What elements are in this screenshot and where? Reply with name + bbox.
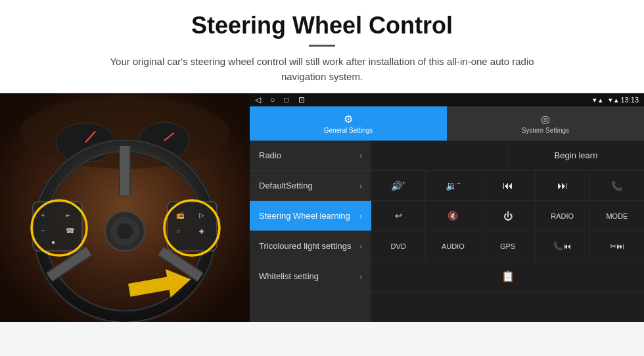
volume-down-button[interactable]: 🔉− bbox=[426, 171, 480, 200]
hang-up-icon: ↩ bbox=[395, 211, 402, 221]
next-track-button[interactable]: ⏭ bbox=[536, 171, 590, 200]
radio-label: RADIO bbox=[551, 212, 574, 220]
svg-point-17 bbox=[117, 223, 133, 239]
menu-item-whitelist[interactable]: Whitelist setting › bbox=[250, 261, 371, 292]
menu-list: Radio › DefaultSetting › Steering Wheel … bbox=[250, 141, 371, 322]
mode-label: MODE bbox=[606, 212, 628, 220]
menu-label-tricoloured: Tricoloured light settings bbox=[259, 241, 351, 251]
svg-rect-24 bbox=[168, 202, 217, 251]
mute-icon: 🔇 bbox=[448, 211, 458, 221]
android-main-content: Radio › DefaultSetting › Steering Wheel … bbox=[250, 141, 644, 322]
svg-text:●: ● bbox=[51, 238, 55, 246]
phone-next-icon: ✂⏭ bbox=[610, 242, 624, 251]
back-icon[interactable]: ◁ bbox=[255, 95, 261, 104]
steering-wheel-image: + ⇤ − ☎ ● 📻 ▷ ○ ◈ bbox=[0, 93, 250, 322]
gps-label: GPS bbox=[500, 242, 515, 250]
phone-button[interactable]: 📞 bbox=[590, 171, 644, 200]
control-row-0: Begin learn bbox=[371, 141, 644, 171]
status-time: ▾ ▴ ▾ ▴ 13:13 bbox=[593, 96, 639, 104]
next-track-icon: ⏭ bbox=[557, 180, 568, 192]
tab-general-settings[interactable]: ⚙ General Settings bbox=[250, 106, 447, 141]
time-display: ▾ ▴ 13:13 bbox=[609, 96, 639, 104]
system-settings-icon: ◎ bbox=[541, 113, 550, 125]
prev-track-icon: ⏮ bbox=[503, 180, 513, 192]
tab-general-label: General Settings bbox=[324, 127, 373, 134]
phone-next-button[interactable]: ✂⏭ bbox=[590, 231, 644, 261]
phone-prev-icon: 📞⏮ bbox=[553, 242, 571, 251]
menu-item-radio[interactable]: Radio › bbox=[250, 141, 371, 171]
menu-label-default: DefaultSetting bbox=[259, 181, 313, 190]
svg-text:☎: ☎ bbox=[66, 227, 75, 234]
page-title: Steering Wheel Control bbox=[13, 12, 631, 39]
svg-text:−: − bbox=[41, 227, 45, 234]
general-settings-icon: ⚙ bbox=[344, 113, 353, 125]
menu-arrow-whitelist: › bbox=[359, 273, 362, 280]
gps-button[interactable]: GPS bbox=[480, 231, 535, 261]
audio-button[interactable]: AUDIO bbox=[426, 231, 480, 261]
tab-system-label: System Settings bbox=[522, 127, 569, 134]
status-bar: ◁ ○ □ ⊡ ▾ ▴ ▾ ▴ 13:13 bbox=[250, 93, 644, 106]
main-content: + ⇤ − ☎ ● 📻 ▷ ○ ◈ ◁ ○ bbox=[0, 93, 644, 322]
home-icon[interactable]: ○ bbox=[270, 95, 275, 104]
svg-text:◈: ◈ bbox=[199, 227, 204, 234]
header-section: Steering Wheel Control Your original car… bbox=[0, 0, 644, 93]
menu-icon[interactable]: ⊡ bbox=[298, 95, 305, 104]
svg-text:▷: ▷ bbox=[199, 211, 204, 219]
menu-item-tricoloured[interactable]: Tricoloured light settings › bbox=[250, 231, 371, 261]
prev-track-button[interactable]: ⏮ bbox=[480, 171, 535, 200]
svg-text:+: + bbox=[41, 211, 45, 219]
control-row-4: 📋 bbox=[371, 261, 644, 292]
list-icon: 📋 bbox=[501, 270, 515, 282]
menu-arrow-tricoloured: › bbox=[359, 242, 362, 250]
control-row-1: 🔊+ 🔉− ⏮ ⏭ 📞 bbox=[371, 171, 644, 201]
mute-button[interactable]: 🔇 bbox=[426, 201, 480, 231]
control-row-3: DVD AUDIO GPS 📞⏮ ✂⏭ bbox=[371, 231, 644, 261]
menu-label-radio: Radio bbox=[259, 150, 281, 160]
tab-system-settings[interactable]: ◎ System Settings bbox=[447, 106, 644, 141]
menu-item-default-setting[interactable]: DefaultSetting › bbox=[250, 171, 371, 201]
hang-up-button[interactable]: ↩ bbox=[371, 201, 426, 231]
phone-icon: 📞 bbox=[611, 181, 622, 191]
recent-icon[interactable]: □ bbox=[284, 95, 288, 104]
svg-text:⇤: ⇤ bbox=[66, 212, 71, 219]
nav-icons: ◁ ○ □ ⊡ bbox=[255, 95, 305, 104]
control-row-2: ↩ 🔇 ⏻ RADIO MODE bbox=[371, 201, 644, 231]
audio-label: AUDIO bbox=[442, 242, 465, 250]
menu-arrow-steering: › bbox=[359, 212, 362, 220]
volume-up-button[interactable]: 🔊+ bbox=[371, 171, 426, 200]
menu-label-whitelist: Whitelist setting bbox=[259, 271, 319, 281]
mode-button[interactable]: MODE bbox=[590, 201, 644, 231]
signal-icons: ▾ ▴ bbox=[593, 96, 607, 104]
tab-bar: ⚙ General Settings ◎ System Settings bbox=[250, 106, 644, 141]
dvd-button[interactable]: DVD bbox=[371, 231, 426, 261]
android-panel: ◁ ○ □ ⊡ ▾ ▴ ▾ ▴ 13:13 ⚙ General Settings… bbox=[250, 93, 644, 322]
svg-text:○: ○ bbox=[176, 227, 180, 234]
radio-button[interactable]: RADIO bbox=[536, 201, 590, 231]
power-button[interactable]: ⏻ bbox=[480, 201, 535, 231]
begin-learn-button[interactable]: Begin learn bbox=[508, 141, 644, 170]
svg-text:📻: 📻 bbox=[176, 211, 185, 219]
control-panel: Begin learn 🔊+ 🔉− ⏮ ⏭ bbox=[371, 141, 644, 322]
dvd-label: DVD bbox=[390, 242, 405, 250]
volume-up-icon: 🔊+ bbox=[391, 180, 405, 191]
empty-cell-0 bbox=[371, 141, 508, 170]
menu-arrow-radio: › bbox=[359, 152, 362, 160]
menu-label-steering: Steering Wheel learning bbox=[259, 211, 350, 221]
menu-item-steering-wheel[interactable]: Steering Wheel learning › bbox=[250, 201, 371, 231]
volume-down-icon: 🔉− bbox=[446, 180, 460, 191]
menu-arrow-default: › bbox=[359, 182, 362, 190]
power-icon: ⏻ bbox=[503, 211, 513, 221]
phone-prev-button[interactable]: 📞⏮ bbox=[536, 231, 590, 261]
list-button[interactable]: 📋 bbox=[371, 261, 644, 291]
title-divider bbox=[309, 45, 335, 47]
page-subtitle: Your original car's steering wheel contr… bbox=[99, 55, 545, 84]
